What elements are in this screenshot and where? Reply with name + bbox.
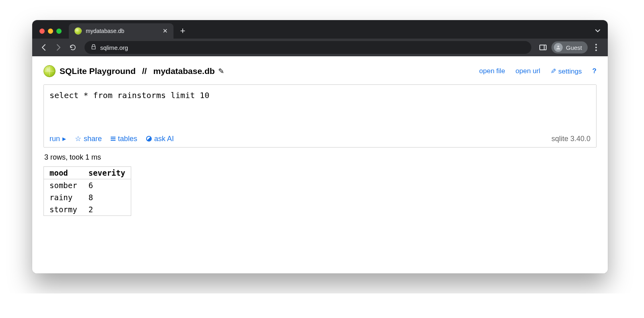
side-panel-button[interactable] [537, 41, 549, 53]
column-header: mood [44, 167, 83, 179]
star-icon [75, 134, 81, 143]
results-body: somber6rainy8stormy2 [44, 179, 131, 216]
tab-title: mydatabase.db [86, 28, 124, 34]
forward-button[interactable] [52, 41, 64, 53]
app-logo-icon [43, 65, 56, 77]
ask-ai-button[interactable]: ask AI [146, 135, 174, 143]
editor-panel: run share tables ask AI sqlite 3.40.0 [43, 84, 597, 148]
open-file-link[interactable]: open file [479, 67, 505, 75]
address-bar[interactable]: sqlime.org [85, 41, 531, 54]
table-row: somber6 [44, 179, 131, 192]
tab-close-icon[interactable]: ✕ [163, 27, 168, 35]
profile-button[interactable]: Guest [551, 41, 588, 53]
browser-toolbar: sqlime.org Guest [32, 39, 608, 56]
app-title: SQLite Playground [60, 66, 136, 76]
browser-window: mydatabase.db ✕ + sqlime.org [32, 20, 608, 273]
window-close-button[interactable] [39, 29, 45, 34]
browser-menu-button[interactable] [590, 41, 602, 53]
table-row: stormy2 [44, 203, 131, 216]
share-button[interactable]: share [75, 134, 102, 143]
window-zoom-button[interactable] [56, 29, 62, 34]
new-tab-button[interactable]: + [177, 25, 189, 37]
avatar-icon [554, 43, 563, 52]
status-text: 3 rows, took 1 ms [44, 153, 597, 162]
table-cell: 8 [83, 191, 131, 203]
table-cell: rainy [44, 191, 83, 203]
favicon-icon [74, 27, 82, 35]
editor-actions: run share tables ask AI sqlite 3.40.0 [44, 130, 596, 147]
edit-db-name-icon[interactable]: ✎ [218, 67, 224, 76]
tab-list-chevron-icon[interactable] [592, 28, 604, 34]
help-link[interactable]: ? [592, 67, 597, 75]
window-controls [39, 29, 62, 34]
tab-strip: mydatabase.db ✕ + [32, 20, 608, 39]
table-cell: stormy [44, 203, 83, 216]
table-cell: somber [44, 179, 83, 192]
orb-icon [146, 136, 152, 142]
db-name: mydatabase.db [153, 66, 215, 76]
lock-icon [91, 44, 96, 51]
browser-tab[interactable]: mydatabase.db ✕ [69, 23, 173, 39]
title-separator: // [142, 66, 147, 76]
results-table: moodseverity somber6rainy8stormy2 [43, 166, 131, 216]
run-button[interactable]: run [50, 134, 66, 143]
settings-link[interactable]: settings [551, 67, 582, 76]
list-icon [111, 137, 116, 141]
settings-icon [551, 68, 556, 75]
sqlite-version: sqlite 3.40.0 [551, 135, 590, 143]
header-links: open file open url settings ? [479, 67, 597, 76]
window-minimize-button[interactable] [48, 29, 53, 34]
panel-icon [539, 45, 547, 50]
url-text: sqlime.org [100, 44, 128, 51]
profile-label: Guest [566, 44, 582, 51]
sql-input[interactable] [44, 85, 596, 129]
tables-button[interactable]: tables [111, 135, 137, 143]
page-header: SQLite Playground // mydatabase.db ✎ ope… [43, 65, 597, 77]
back-button[interactable] [38, 41, 50, 53]
play-icon [62, 134, 66, 143]
reload-button[interactable] [67, 41, 79, 53]
open-url-link[interactable]: open url [516, 67, 540, 75]
results-header-row: moodseverity [44, 167, 131, 179]
table-cell: 6 [83, 179, 131, 192]
table-cell: 2 [83, 203, 131, 216]
page-content: SQLite Playground // mydatabase.db ✎ ope… [32, 56, 608, 273]
column-header: severity [83, 167, 131, 179]
table-row: rainy8 [44, 191, 131, 203]
